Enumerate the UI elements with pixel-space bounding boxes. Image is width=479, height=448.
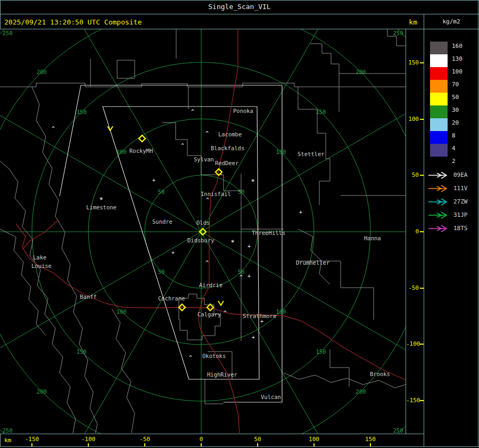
caret-marker: ^ bbox=[181, 143, 184, 149]
town-label: Louise bbox=[31, 263, 52, 269]
colorbar-threshold-label: 4 bbox=[452, 145, 456, 152]
range-ring-label: 100 bbox=[276, 308, 286, 315]
colorbar-threshold-label: 30 bbox=[452, 107, 459, 113]
town-label: Hanna bbox=[364, 235, 381, 241]
town-label: HighRiver bbox=[207, 371, 237, 378]
right-axis: 150100500-50-100-150 bbox=[406, 29, 424, 434]
town-label: ThreeHills bbox=[252, 230, 285, 236]
colorbar-threshold-label: 50 bbox=[452, 94, 459, 101]
right-axis-tick bbox=[420, 400, 424, 401]
asterisk-marker: * bbox=[99, 196, 103, 203]
bottom-axis-tick-label: 150 bbox=[365, 436, 376, 443]
radar-coverage-outline bbox=[60, 85, 81, 196]
header-row: 2025/09/21 13:20:50 UTC Composite km bbox=[0, 14, 424, 29]
plus-marker: + bbox=[252, 335, 255, 340]
town-label: Drumheller bbox=[296, 259, 329, 266]
town-label: Lake bbox=[33, 254, 46, 260]
town-label: Sylvan bbox=[194, 156, 214, 162]
town-label: RockyMH bbox=[129, 148, 153, 154]
right-axis-tick-label: 100 bbox=[406, 116, 419, 123]
plus-marker: + bbox=[299, 209, 302, 215]
radar-site-diamond-icon bbox=[139, 135, 145, 142]
colorbar-threshold-label: 160 bbox=[452, 43, 463, 50]
colorbar-swatch bbox=[430, 67, 448, 80]
right-axis-tick bbox=[420, 288, 424, 289]
range-ring-label: 100 bbox=[276, 149, 286, 155]
right-axis-unit: km bbox=[409, 18, 417, 26]
colorbar-threshold-label: 70 bbox=[452, 81, 459, 88]
azimuth-spoke bbox=[201, 232, 387, 434]
right-axis-tick bbox=[420, 175, 424, 176]
town-label: Airdrie bbox=[199, 282, 222, 288]
range-ring-label: 50 bbox=[158, 268, 165, 275]
bottom-axis-tick-label: 100 bbox=[309, 436, 319, 443]
town-label: Lacombe bbox=[218, 131, 242, 137]
bottom-axis-tick-label: 0 bbox=[200, 436, 203, 443]
map-boundary bbox=[117, 60, 135, 78]
azimuth-spoke bbox=[15, 232, 201, 434]
range-ring-label: 150 bbox=[77, 109, 87, 115]
track-id-label: 09EA bbox=[453, 172, 468, 178]
town-label: Cochrane bbox=[158, 295, 185, 302]
range-ring-label: 100 bbox=[117, 149, 127, 155]
track-id-label: 111V bbox=[453, 185, 468, 192]
range-ring-label: 200 bbox=[356, 69, 366, 75]
range-ring-label: 150 bbox=[316, 348, 326, 355]
bottom-axis-tick bbox=[201, 443, 202, 446]
track-arrow-icon bbox=[427, 184, 451, 193]
radar-map-canvas: 5050505010010010010015015015015020020020… bbox=[0, 29, 406, 434]
town-label: Innisfail bbox=[201, 191, 231, 197]
azimuth-spoke bbox=[0, 232, 201, 418]
track-id-label: 27ZW bbox=[453, 198, 468, 205]
colorbar-threshold-label: 130 bbox=[452, 55, 463, 62]
range-ring-label: 250 bbox=[3, 427, 13, 434]
town-label: Limestone bbox=[86, 204, 117, 210]
town-label: Calgary bbox=[197, 311, 221, 317]
range-ring-label: 150 bbox=[77, 348, 87, 355]
right-axis-tick bbox=[420, 119, 424, 120]
caret-marker: ^ bbox=[52, 126, 55, 132]
plus-marker: + bbox=[171, 250, 175, 256]
colorbar-swatch bbox=[430, 54, 448, 67]
range-ring-label: 200 bbox=[356, 388, 366, 395]
radar-map: 5050505010010010010015015015015020020020… bbox=[0, 29, 406, 434]
bottom-axis-tick-label: -100 bbox=[81, 436, 96, 443]
range-ring-label: 250 bbox=[393, 427, 403, 434]
right-axis-tick-label: 0 bbox=[406, 228, 419, 235]
track-arrow-icon bbox=[427, 211, 451, 219]
range-ring-label: 250 bbox=[393, 30, 403, 36]
colorbar-swatch bbox=[430, 118, 448, 131]
town-label: RedDeer bbox=[215, 160, 238, 166]
town-label: Sundre bbox=[152, 218, 172, 225]
track-id-label: 18TS bbox=[453, 225, 468, 232]
right-axis-tick-label: -100 bbox=[406, 340, 419, 347]
bottom-axis: km -150-100-50050100150 bbox=[0, 434, 424, 446]
caret-marker: ^ bbox=[240, 274, 243, 280]
azimuth-spoke bbox=[15, 29, 201, 232]
bottom-axis-tick-label: -50 bbox=[139, 436, 150, 443]
radar-app-window: { "window": { "title": "Single_Scan_VIL"… bbox=[0, 0, 479, 448]
town-label: Didsbury bbox=[187, 237, 214, 243]
track-arrow-icon bbox=[427, 224, 451, 233]
colorbar-swatch bbox=[430, 93, 448, 105]
right-axis-tick bbox=[420, 344, 424, 345]
town-label: Banff bbox=[80, 294, 97, 300]
caret-marker: ^ bbox=[205, 131, 209, 136]
frame-line-bottom bbox=[0, 446, 479, 447]
window-title: Single_Scan_VIL bbox=[208, 3, 270, 11]
track-arrow-icon bbox=[427, 171, 451, 180]
town-label: Ponoka bbox=[233, 108, 253, 114]
right-axis-tick-label: 150 bbox=[406, 59, 419, 66]
colorbar-threshold-label: 2 bbox=[452, 158, 456, 165]
plus-marker: + bbox=[247, 243, 251, 249]
map-boundary bbox=[298, 87, 330, 205]
colorbar-threshold-label: 100 bbox=[452, 68, 463, 75]
caret-marker: ^ bbox=[206, 197, 209, 203]
highway-line bbox=[22, 219, 59, 249]
azimuth-spoke bbox=[201, 29, 387, 232]
plus-marker: + bbox=[260, 319, 263, 324]
map-boundary bbox=[298, 261, 374, 320]
plus-marker: + bbox=[152, 177, 155, 183]
title-bar: Single_Scan_VIL bbox=[0, 0, 479, 13]
bottom-axis-tick bbox=[31, 443, 32, 446]
